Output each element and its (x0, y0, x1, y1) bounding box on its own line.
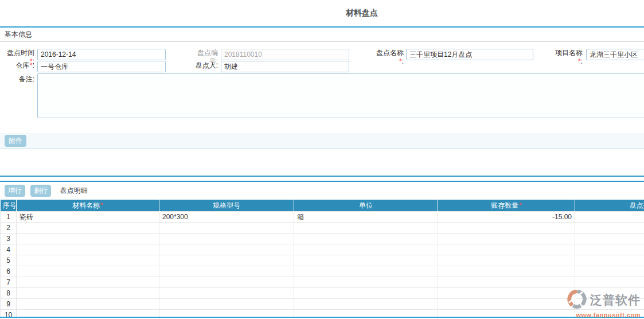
vendor-url: www.fanpusoft.com (565, 312, 641, 319)
cell-unit[interactable] (294, 244, 438, 255)
cell-count_qty[interactable] (575, 266, 644, 277)
inventory-no-input (221, 49, 349, 60)
table-row: 7 (1, 277, 644, 288)
row-number-cell: 6 (1, 266, 17, 277)
col-header-no: 序号 (1, 200, 17, 212)
cell-unit[interactable] (294, 299, 438, 310)
cell-book_qty[interactable] (438, 255, 575, 266)
cell-unit[interactable] (294, 277, 438, 288)
cell-unit[interactable]: 箱 (294, 212, 438, 223)
cell-spec[interactable]: 200*300 (159, 212, 294, 223)
warehouse-input[interactable] (37, 61, 166, 72)
cell-book_qty[interactable] (438, 244, 575, 255)
row-number-cell: 5 (1, 255, 17, 266)
table-row: 1瓷砖200*300箱-15.00 (1, 212, 644, 223)
cell-spec[interactable] (159, 223, 294, 234)
cell-book_qty[interactable] (438, 234, 575, 244)
remark-label: 备注: (3, 75, 34, 84)
table-row: 5 (1, 255, 644, 266)
cell-spec[interactable] (159, 299, 294, 310)
row-number-cell: 7 (1, 277, 17, 288)
detail-section-title: 盘点明细 (60, 186, 88, 194)
cell-count_qty[interactable] (575, 277, 644, 288)
table-row: 4 (1, 244, 644, 255)
cell-unit[interactable] (294, 288, 438, 299)
warehouse-label: 仓库*: (3, 61, 34, 70)
basic-info-card: 基本信息 盘点时间*: 盘点编号: 盘点名称*: 项目名称*: 仓库*: 盘点人… (0, 26, 644, 177)
cell-material[interactable] (17, 223, 159, 234)
cell-count_qty[interactable] (575, 234, 644, 244)
cell-material[interactable] (17, 288, 159, 299)
detail-table: 序号材料名称*规格型号单位账存数量*盘点数量 1瓷砖200*300箱-15.00… (0, 200, 644, 319)
table-row: 9 (1, 299, 644, 310)
cell-spec[interactable] (159, 288, 294, 299)
delete-row-button[interactable]: 删行 (30, 185, 51, 197)
counter-input[interactable] (221, 61, 349, 72)
detail-toolbar: 增行 删行 盘点明细 (0, 182, 644, 199)
cell-spec[interactable] (159, 277, 294, 288)
cell-book_qty[interactable] (438, 288, 575, 299)
inventory-date-input[interactable] (37, 49, 166, 60)
table-row: 8 (1, 288, 644, 299)
cell-material[interactable] (17, 266, 159, 277)
cell-material[interactable] (17, 234, 159, 244)
table-row: 3 (1, 234, 644, 244)
table-row: 2 (1, 223, 644, 234)
page-title: 材料盘点 (0, 8, 644, 18)
vendor-name: 泛普软件 (590, 294, 641, 306)
table-row: 6 (1, 266, 644, 277)
cell-material[interactable] (17, 255, 159, 266)
material-inventory-page: 材料盘点 基本信息 盘点时间*: 盘点编号: 盘点名称*: 项目名称*: 仓库*… (0, 0, 644, 319)
counter-label: 盘点人: (193, 61, 218, 70)
cell-spec[interactable] (159, 244, 294, 255)
project-name-label: 项目名称*: (552, 49, 583, 66)
attachment-button[interactable]: 附件 (5, 135, 26, 147)
col-header-count_qty: 盘点数量 (575, 200, 644, 212)
cell-spec[interactable] (159, 255, 294, 266)
cell-book_qty[interactable] (438, 266, 575, 277)
attachment-bar: 附件 (0, 133, 644, 149)
cell-count_qty[interactable] (575, 212, 644, 223)
col-header-material: 材料名称* (17, 200, 159, 212)
inventory-name-label: 盘点名称*: (373, 49, 404, 66)
row-number-cell: 4 (1, 244, 17, 255)
inventory-name-input[interactable] (406, 49, 533, 60)
col-header-unit: 单位 (294, 200, 438, 212)
cell-spec[interactable] (159, 266, 294, 277)
cell-book_qty[interactable] (438, 277, 575, 288)
remark-textarea[interactable] (37, 73, 644, 118)
cell-book_qty[interactable] (438, 223, 575, 234)
cell-count_qty[interactable] (575, 255, 644, 266)
cell-book_qty[interactable]: -15.00 (438, 212, 575, 223)
col-header-spec: 规格型号 (159, 200, 294, 212)
cell-unit[interactable] (294, 223, 438, 234)
vendor-logo-icon (566, 288, 588, 312)
cell-count_qty[interactable] (575, 244, 644, 255)
detail-table-header: 序号材料名称*规格型号单位账存数量*盘点数量 (1, 200, 644, 212)
cell-material[interactable] (17, 277, 159, 288)
cell-unit[interactable] (294, 255, 438, 266)
row-number-cell: 1 (1, 212, 17, 223)
cell-unit[interactable] (294, 266, 438, 277)
project-name-input[interactable] (586, 49, 644, 60)
row-number-cell: 9 (1, 299, 17, 310)
bottom-divider (0, 317, 644, 318)
row-number-cell: 2 (1, 223, 17, 234)
cell-material[interactable] (17, 299, 159, 310)
add-row-button[interactable]: 增行 (5, 185, 25, 197)
col-header-book_qty: 账存数量* (438, 200, 575, 212)
row-number-cell: 3 (1, 234, 17, 244)
cell-book_qty[interactable] (438, 299, 575, 310)
cell-spec[interactable] (159, 234, 294, 244)
cell-count_qty[interactable] (575, 223, 644, 234)
detail-card: 增行 删行 盘点明细 序号材料名称*规格型号单位账存数量*盘点数量 1瓷砖200… (0, 181, 644, 319)
vendor-watermark: 泛普软件 www.fanpusoft.com (565, 288, 641, 319)
basic-info-section-title: 基本信息 (0, 28, 644, 42)
cell-unit[interactable] (294, 234, 438, 244)
row-number-cell: 8 (1, 288, 17, 299)
cell-material[interactable] (17, 244, 159, 255)
cell-material[interactable]: 瓷砖 (17, 212, 159, 223)
